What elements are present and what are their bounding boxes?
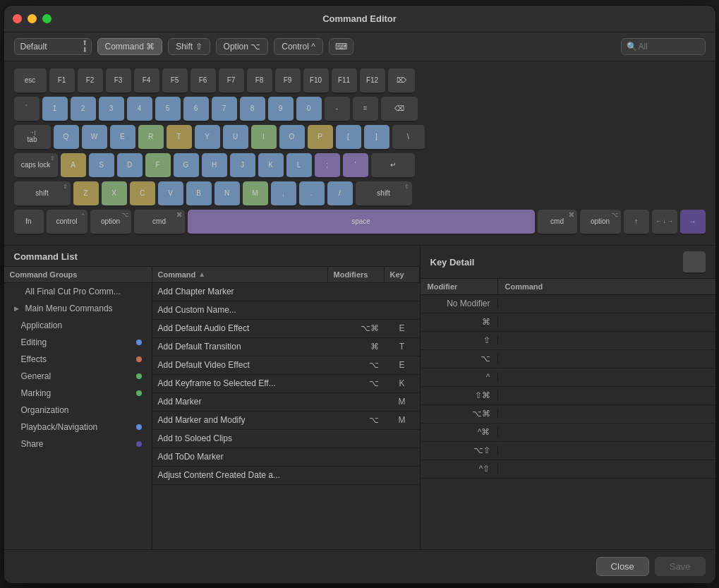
key-f1[interactable]: F1	[49, 68, 75, 94]
list-item[interactable]: ^⌘	[421, 424, 715, 442]
key-s[interactable]: S	[89, 153, 114, 179]
key-semicolon[interactable]: ;	[315, 153, 340, 179]
key-option-right[interactable]: ⌥option	[580, 210, 621, 235]
key-cmd-right[interactable]: ⌘cmd	[538, 210, 577, 235]
key-o[interactable]: O	[279, 125, 305, 150]
key-t[interactable]: T	[167, 125, 192, 150]
key-7[interactable]: 7	[212, 97, 237, 122]
key-e[interactable]: E	[110, 125, 135, 150]
key-f6[interactable]: F6	[191, 68, 216, 94]
key-5[interactable]: 5	[155, 97, 181, 122]
list-item[interactable]: No Modifier	[421, 295, 715, 313]
key-0[interactable]: 0	[296, 97, 322, 122]
key-f[interactable]: F	[145, 153, 171, 179]
key-return[interactable]: ↵	[371, 153, 415, 179]
key-f3[interactable]: F3	[106, 68, 131, 94]
group-application[interactable]: Application	[4, 317, 152, 334]
key-y[interactable]: Y	[195, 125, 220, 150]
key-minus[interactable]: -	[325, 97, 350, 122]
list-item[interactable]: ⌥	[421, 350, 715, 368]
minimize-button[interactable]	[28, 14, 37, 23]
key-i[interactable]: I	[251, 125, 277, 150]
key-l[interactable]: L	[286, 153, 312, 179]
key-a[interactable]: A	[61, 153, 86, 179]
command-modifier-btn[interactable]: Command ⌘	[97, 38, 163, 55]
group-share[interactable]: Share	[4, 436, 152, 452]
key-x[interactable]: X	[102, 181, 127, 207]
key-slash[interactable]: /	[327, 181, 353, 207]
fullscreen-button[interactable]	[42, 14, 52, 23]
key-option-left[interactable]: ⌥option	[90, 210, 131, 235]
key-2[interactable]: 2	[71, 97, 96, 122]
table-row[interactable]: Add to Soloed Clips	[152, 430, 420, 448]
key-f7[interactable]: F7	[219, 68, 244, 94]
key-shift-left[interactable]: ⇧shift	[14, 181, 71, 207]
table-row[interactable]: Add Chapter Marker	[152, 283, 420, 301]
key-d[interactable]: D	[117, 153, 143, 179]
key-m[interactable]: M	[243, 181, 268, 207]
key-backslash[interactable]: \	[392, 125, 425, 150]
key-fn[interactable]: fn	[14, 210, 44, 235]
list-item[interactable]: ^	[421, 368, 715, 387]
key-f4[interactable]: F4	[134, 68, 159, 94]
table-row[interactable]: Add Default Transition ⌘ T	[152, 338, 420, 356]
key-1[interactable]: 1	[42, 97, 68, 122]
key-n[interactable]: N	[215, 181, 240, 207]
key-f10[interactable]: F10	[303, 68, 329, 94]
list-item[interactable]: ^⇧	[421, 460, 715, 479]
key-leftdownright[interactable]: ← ↓ →	[652, 210, 677, 235]
key-space[interactable]: space	[188, 210, 535, 235]
key-6[interactable]: 6	[183, 97, 209, 122]
list-item[interactable]: ⇧	[421, 332, 715, 350]
key-backtick[interactable]: `	[14, 97, 40, 122]
group-marking[interactable]: Marking	[4, 385, 152, 402]
table-row[interactable]: Add Keyframe to Selected Eff... ⌥ K	[152, 375, 420, 393]
preset-select[interactable]: Default	[14, 38, 92, 55]
key-f11[interactable]: F11	[332, 68, 357, 94]
group-organization[interactable]: Organization	[4, 402, 152, 419]
table-row[interactable]: Add Marker M	[152, 393, 420, 412]
list-item[interactable]: ⇧⌘	[421, 387, 715, 405]
control-modifier-btn[interactable]: Control ^	[274, 38, 323, 55]
key-delete[interactable]: ⌦	[388, 68, 415, 94]
key-3[interactable]: 3	[99, 97, 124, 122]
key-q[interactable]: Q	[54, 125, 79, 150]
key-rbracket[interactable]: ]	[364, 125, 389, 150]
key-h[interactable]: H	[202, 153, 227, 179]
keyboard-icon-btn[interactable]: ⌨	[329, 38, 354, 55]
key-9[interactable]: 9	[268, 97, 294, 122]
save-button[interactable]: Save	[655, 557, 706, 576]
key-cmd-left[interactable]: ⌘cmd	[134, 210, 185, 235]
key-8[interactable]: 8	[240, 97, 265, 122]
list-item[interactable]: ⌥⌘	[421, 405, 715, 424]
key-f5[interactable]: F5	[162, 68, 188, 94]
group-playback[interactable]: Playback/Navigation	[4, 419, 152, 436]
group-main-menu[interactable]: ▶ Main Menu Commands	[4, 300, 152, 317]
close-button[interactable]: Close	[596, 557, 649, 576]
key-extra[interactable]: →	[680, 210, 706, 235]
close-button[interactable]	[13, 14, 22, 23]
key-equals[interactable]: =	[353, 97, 378, 122]
key-f12[interactable]: F12	[360, 68, 385, 94]
key-z[interactable]: Z	[73, 181, 99, 207]
table-row[interactable]: Adjust Content Created Date a...	[152, 467, 420, 485]
option-modifier-btn[interactable]: Option ⌥	[216, 38, 269, 55]
key-p[interactable]: P	[308, 125, 333, 150]
key-4[interactable]: 4	[127, 97, 152, 122]
key-w[interactable]: W	[82, 125, 107, 150]
list-item[interactable]: ⌘	[421, 313, 715, 332]
shift-modifier-btn[interactable]: Shift ⇧	[168, 38, 210, 55]
key-u[interactable]: U	[223, 125, 248, 150]
key-period[interactable]: .	[299, 181, 325, 207]
key-f9[interactable]: F9	[275, 68, 301, 94]
key-control[interactable]: ^control	[47, 210, 87, 235]
key-j[interactable]: J	[230, 153, 255, 179]
key-esc[interactable]: esc	[14, 68, 47, 94]
key-c[interactable]: C	[130, 181, 155, 207]
key-backspace[interactable]: ⌫	[381, 97, 418, 122]
table-row[interactable]: Add Default Audio Effect ⌥⌘ E	[152, 320, 420, 338]
key-tab[interactable]: →| tab	[14, 125, 51, 150]
key-r[interactable]: R	[138, 125, 164, 150]
key-g[interactable]: G	[174, 153, 199, 179]
key-shift-right[interactable]: ⇧shift	[356, 181, 412, 207]
